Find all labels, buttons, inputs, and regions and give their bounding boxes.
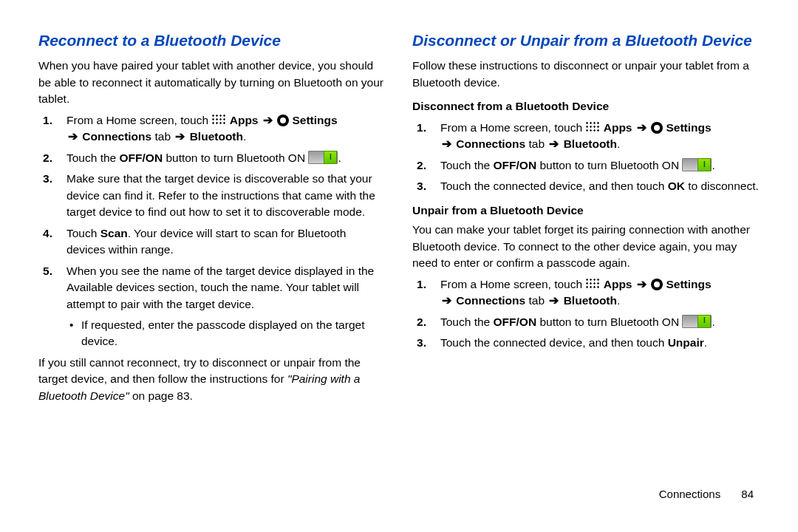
subheading-disconnect: Disconnect from a Bluetooth Device (412, 98, 760, 115)
section-name: Connections (659, 488, 720, 500)
label-apps: Apps (230, 114, 259, 126)
text: . (712, 316, 715, 328)
text: Touch the connected device, and then tou… (440, 180, 668, 192)
intro-left: When you have paired your tablet with an… (38, 58, 386, 107)
bullet-passcode: If requested, enter the passcode display… (78, 317, 386, 350)
gear-icon (277, 115, 289, 126)
text: tab (529, 294, 548, 307)
toggle-on-icon: I (308, 151, 338, 164)
arrow-icon: ➔ (548, 136, 560, 152)
step-3: Touch the connected device, and then tou… (430, 178, 760, 194)
text: . (712, 159, 715, 171)
apps-grid-icon (585, 121, 600, 133)
label-settings: Settings (292, 114, 337, 126)
substeps: If requested, enter the passcode display… (66, 317, 386, 350)
toggle-on-icon: I (682, 158, 712, 171)
text: . (617, 294, 620, 307)
text: Touch the (66, 151, 120, 164)
arrow-icon: ➔ (440, 293, 453, 309)
step-5: When you see the name of the target devi… (56, 263, 386, 350)
text: Touch the connected device, and then tou… (440, 336, 668, 349)
step-2: Touch the OFF/ON button to turn Bluetoot… (430, 157, 760, 174)
step-2: Touch the OFF/ON button to turn Bluetoot… (56, 150, 386, 166)
arrow-icon: ➔ (66, 129, 79, 145)
label-bluetooth: Bluetooth (564, 294, 617, 307)
step-1: From a Home screen, touch Apps ➔ Setting… (56, 112, 386, 146)
arrow-icon: ➔ (262, 112, 274, 129)
step-3: Touch the connected device, and then tou… (430, 335, 760, 351)
page-content: Reconnect to a Bluetooth Device When you… (38, 30, 760, 407)
step-1: From a Home screen, touch Apps ➔ Setting… (430, 276, 760, 310)
text: button to turn Bluetooth ON (536, 159, 682, 171)
label-connections: Connections (456, 294, 525, 307)
text: on page 83. (129, 389, 193, 402)
left-column: Reconnect to a Bluetooth Device When you… (38, 30, 386, 407)
label-settings: Settings (666, 121, 711, 134)
text: Touch the (440, 316, 494, 328)
apps-grid-icon (585, 278, 600, 290)
right-column: Disconnect or Unpair from a Bluetooth De… (412, 30, 760, 407)
text: . (243, 130, 246, 143)
gear-icon (651, 122, 663, 134)
text: Touch the (440, 159, 494, 171)
label-apps: Apps (604, 121, 632, 134)
intro-unpair: You can make your tablet forget its pair… (412, 222, 760, 271)
steps-unpair: From a Home screen, touch Apps ➔ Setting… (412, 276, 760, 352)
page-footer: Connections 84 (659, 486, 754, 502)
outro-left: If you still cannot reconnect, try to di… (38, 355, 386, 404)
text: . (617, 137, 620, 150)
arrow-icon: ➔ (440, 136, 453, 152)
label-connections: Connections (456, 137, 525, 150)
label-ok: OK (668, 180, 685, 192)
heading-disconnect: Disconnect or Unpair from a Bluetooth De… (412, 30, 760, 52)
arrow-icon: ➔ (174, 129, 186, 145)
label-offon: OFF/ON (120, 151, 163, 164)
steps-reconnect: From a Home screen, touch Apps ➔ Setting… (38, 112, 386, 350)
text: . (338, 151, 341, 164)
page-number: 84 (741, 488, 754, 500)
arrow-icon: ➔ (548, 293, 560, 309)
label-offon: OFF/ON (494, 316, 537, 328)
label-apps: Apps (604, 278, 632, 290)
label-connections: Connections (82, 130, 151, 143)
step-2: Touch the OFF/ON button to turn Bluetoot… (430, 314, 760, 330)
step-4: Touch Scan. Your device will start to sc… (56, 225, 386, 259)
label-unpair: Unpair (668, 336, 704, 349)
label-scan: Scan (100, 227, 128, 239)
subheading-unpair: Unpair from a Bluetooth Device (412, 202, 760, 219)
label-settings: Settings (666, 278, 711, 290)
label-bluetooth: Bluetooth (190, 130, 243, 143)
text: button to turn Bluetooth ON (536, 316, 682, 328)
step-3: Make sure that the target device is disc… (56, 171, 386, 220)
gear-icon (651, 279, 663, 290)
text: From a Home screen, touch (440, 121, 585, 134)
text: From a Home screen, touch (440, 278, 585, 290)
label-bluetooth: Bluetooth (564, 137, 617, 150)
apps-grid-icon (211, 114, 226, 126)
arrow-icon: ➔ (635, 276, 648, 293)
text: From a Home screen, touch (66, 114, 211, 126)
text: button to turn Bluetooth ON (163, 151, 308, 164)
intro-right: Follow these instructions to disconnect … (412, 58, 760, 91)
steps-disconnect: From a Home screen, touch Apps ➔ Setting… (412, 120, 760, 195)
text: When you see the name of the target devi… (66, 265, 374, 310)
text: tab (155, 130, 174, 143)
heading-reconnect: Reconnect to a Bluetooth Device (38, 30, 386, 52)
arrow-icon: ➔ (635, 120, 648, 136)
step-1: From a Home screen, touch Apps ➔ Setting… (430, 120, 760, 153)
label-offon: OFF/ON (494, 159, 537, 171)
text: . (704, 336, 707, 349)
toggle-on-icon: I (682, 315, 712, 328)
text: Touch (66, 227, 100, 239)
text: tab (529, 137, 548, 150)
text: to disconnect. (685, 180, 759, 192)
